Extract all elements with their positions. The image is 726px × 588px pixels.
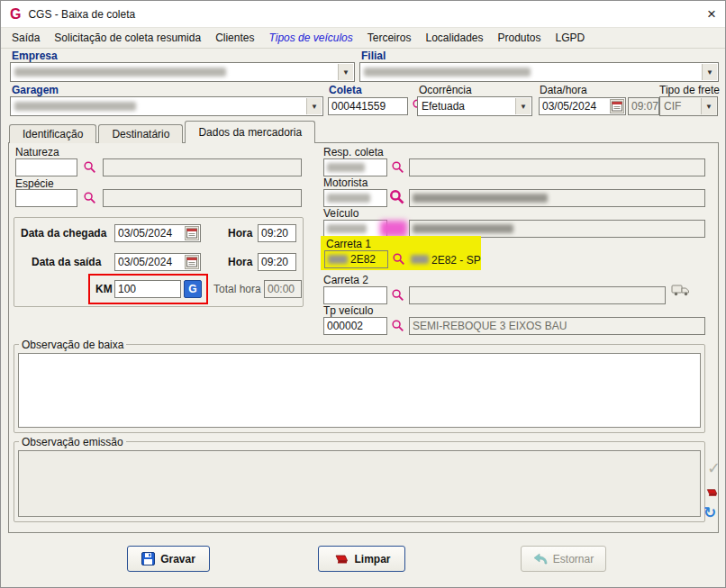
coleta-label: Coleta bbox=[329, 84, 362, 96]
tp-veiculo-label: Tp veículo bbox=[323, 304, 373, 317]
carreta1-search-icon[interactable] bbox=[392, 252, 405, 268]
dropdown-arrow-icon[interactable] bbox=[702, 64, 717, 80]
data-saida-input[interactable]: 03/05/2024 bbox=[114, 253, 201, 271]
hora-baixa-field: 09:07 bbox=[628, 97, 659, 115]
dropdown-arrow-icon[interactable] bbox=[515, 98, 531, 114]
menu-bar: Saída Solicitação de coleta resumida Cli… bbox=[1, 28, 725, 49]
calendar-icon[interactable] bbox=[610, 99, 624, 113]
window-title: CGS - Baixa de coleta bbox=[28, 8, 135, 21]
eraser-icon[interactable] bbox=[704, 487, 718, 500]
limpar-button[interactable]: Limpar bbox=[318, 546, 405, 572]
close-icon[interactable]: × bbox=[707, 6, 716, 22]
redacted-text bbox=[413, 224, 513, 233]
tp-veiculo-search-icon[interactable] bbox=[391, 319, 404, 335]
motorista-search-icon[interactable] bbox=[389, 189, 404, 207]
tp-veiculo-input[interactable]: 000002 bbox=[323, 317, 387, 335]
menu-item-produtos[interactable]: Produtos bbox=[491, 28, 549, 48]
garagem-label: Garagem bbox=[12, 84, 59, 96]
natureza-input[interactable] bbox=[15, 158, 77, 176]
coleta-input[interactable]: 000441559 bbox=[328, 97, 408, 115]
data-chegada-input[interactable]: 03/05/2024 bbox=[114, 224, 201, 242]
tp-veiculo-desc-field: SEMI-REBOQUE 3 EIXOS BAU bbox=[409, 317, 705, 335]
redacted-text bbox=[14, 68, 226, 77]
motorista-desc-field bbox=[409, 189, 705, 207]
data-baixa-value: 03/05/2024 bbox=[542, 100, 596, 113]
natureza-search-icon[interactable] bbox=[83, 160, 96, 176]
carreta2-label: Carreta 2 bbox=[323, 274, 368, 286]
menu-item-clientes[interactable]: Clientes bbox=[208, 28, 261, 48]
confirm-check-icon: ✓ bbox=[707, 460, 721, 476]
filial-combo[interactable] bbox=[359, 62, 719, 82]
redacted-text bbox=[364, 68, 531, 77]
data-chegada-value: 03/05/2024 bbox=[118, 227, 172, 240]
refresh-icon[interactable]: ↻ bbox=[703, 505, 716, 520]
total-hora-label: Total hora bbox=[213, 283, 261, 295]
carreta1-input[interactable]: 2E82 bbox=[324, 250, 388, 268]
natureza-desc-field bbox=[103, 158, 302, 176]
dropdown-arrow-icon[interactable] bbox=[306, 98, 322, 114]
tipo-frete-label: Tipo de frete bbox=[659, 84, 720, 96]
especie-search-icon[interactable] bbox=[83, 191, 96, 207]
calendar-icon[interactable] bbox=[185, 226, 199, 240]
hora-saida-label: Hora bbox=[228, 256, 252, 268]
data-chegada-label: Data da chegada bbox=[21, 227, 106, 240]
total-hora-field: 00:00 bbox=[264, 280, 302, 298]
calendar-icon[interactable] bbox=[185, 255, 199, 269]
resp-coleta-desc-field bbox=[409, 158, 705, 176]
km-label: KM bbox=[95, 283, 113, 295]
km-gps-button[interactable]: G bbox=[184, 280, 202, 298]
menu-item-localidades[interactable]: Localidades bbox=[418, 28, 490, 48]
tab-identificacao[interactable]: Identificação bbox=[9, 124, 96, 143]
natureza-label: Natureza bbox=[15, 146, 59, 158]
tab-strip: Identificação Destinatário Dados da merc… bbox=[9, 123, 317, 143]
hora-saida-input[interactable]: 09:20 bbox=[258, 253, 296, 271]
eraser-red-icon bbox=[332, 553, 349, 565]
veiculo-search-highlight bbox=[380, 221, 407, 237]
undo-arrow-icon bbox=[533, 553, 548, 565]
menu-item-tipos-veiculos[interactable]: Tipos de veículos bbox=[261, 28, 359, 48]
veiculo-label: Veículo bbox=[323, 207, 358, 220]
hora-chegada-input[interactable]: 09:20 bbox=[258, 224, 296, 242]
carreta2-input[interactable] bbox=[323, 286, 387, 304]
km-input[interactable]: 100 bbox=[114, 280, 181, 298]
data-baixa-input[interactable]: 03/05/2024 bbox=[539, 97, 626, 115]
empresa-combo[interactable] bbox=[10, 62, 355, 82]
estornar-button: Estornar bbox=[521, 546, 606, 572]
app-window: G CGS - Baixa de coleta × Saída Solicita… bbox=[0, 0, 726, 588]
especie-input[interactable] bbox=[15, 189, 77, 207]
gravar-button-label: Gravar bbox=[160, 553, 195, 565]
tab-destinatario[interactable]: Destinatário bbox=[98, 124, 183, 143]
motorista-label: Motorista bbox=[323, 176, 368, 189]
limpar-button-label: Limpar bbox=[354, 553, 390, 565]
resp-coleta-input[interactable] bbox=[323, 158, 387, 176]
ocorrencia-value: Efetuada bbox=[422, 100, 465, 113]
filial-label: Filial bbox=[361, 50, 386, 62]
obs-baixa-textarea[interactable] bbox=[18, 353, 701, 428]
menu-item-terceiros[interactable]: Terceiros bbox=[360, 28, 419, 48]
save-floppy-icon bbox=[141, 552, 155, 565]
redacted-text bbox=[411, 255, 429, 264]
app-logo-icon: G bbox=[10, 6, 21, 23]
tipo-frete-value: CIF bbox=[664, 100, 681, 113]
hora-chegada-label: Hora bbox=[228, 227, 252, 240]
carreta1-desc-text: 2E82 - SP bbox=[431, 254, 481, 267]
gravar-button[interactable]: Gravar bbox=[127, 546, 210, 572]
empresa-label: Empresa bbox=[12, 50, 58, 62]
ocorrencia-combo[interactable]: Efetuada bbox=[417, 96, 532, 116]
garagem-combo[interactable] bbox=[10, 96, 323, 116]
veiculo-input[interactable] bbox=[323, 220, 387, 238]
estornar-button-label: Estornar bbox=[553, 553, 594, 565]
motorista-input[interactable] bbox=[323, 189, 387, 207]
redacted-text bbox=[327, 194, 370, 203]
resp-coleta-search-icon[interactable] bbox=[391, 160, 404, 176]
especie-label: Espécie bbox=[15, 177, 54, 190]
dropdown-arrow-icon[interactable] bbox=[338, 64, 353, 80]
menu-item-lgpd[interactable]: LGPD bbox=[549, 28, 593, 48]
menu-item-solicitacao[interactable]: Solicitação de coleta resumida bbox=[47, 28, 208, 48]
carreta2-search-icon[interactable] bbox=[391, 288, 404, 304]
menu-item-saida[interactable]: Saída bbox=[5, 28, 47, 48]
redacted-text bbox=[14, 102, 136, 111]
data-saida-label: Data da saída bbox=[32, 256, 101, 268]
redacted-text bbox=[328, 255, 348, 264]
tab-dados-mercadoria[interactable]: Dados da mercadoria bbox=[185, 121, 315, 143]
